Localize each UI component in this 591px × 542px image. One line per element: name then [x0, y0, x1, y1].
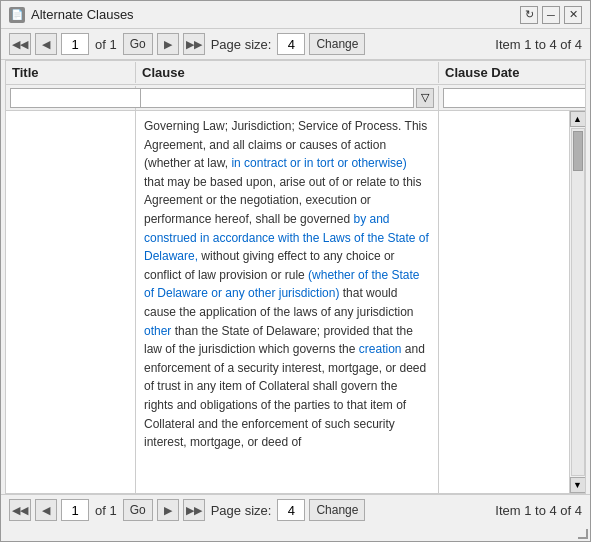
minimize-button[interactable]: ─ — [542, 6, 560, 24]
last-page-button-top[interactable]: ▶▶ — [183, 33, 205, 55]
data-table: Title Clause Clause Date ▽ ▽ ▦ ▽ — [5, 60, 586, 494]
clause-filter-input[interactable] — [140, 88, 414, 108]
prev-page-button-top[interactable]: ◀ — [35, 33, 57, 55]
change-button-bottom[interactable]: Change — [309, 499, 365, 521]
title-bar-controls: ↻ ─ ✕ — [520, 6, 582, 24]
table-body: Governing Law; Jurisdiction; Service of … — [6, 111, 585, 493]
date-filter-input[interactable] — [443, 88, 586, 108]
refresh-button[interactable]: ↻ — [520, 6, 538, 24]
next-page-button-bottom[interactable]: ▶ — [157, 499, 179, 521]
prev-page-button-bottom[interactable]: ◀ — [35, 499, 57, 521]
scroll-up-button[interactable]: ▲ — [570, 111, 586, 127]
table-body-inner: Governing Law; Jurisdiction; Service of … — [6, 111, 569, 493]
page-size-label-bottom: Page size: — [211, 503, 272, 518]
go-button-top[interactable]: Go — [123, 33, 153, 55]
item-count-bottom: Item 1 to 4 of 4 — [495, 503, 582, 518]
page-size-input-bottom[interactable] — [277, 499, 305, 521]
first-page-button-top[interactable]: ◀◀ — [9, 33, 31, 55]
clause-text-content: Governing Law; Jurisdiction; Service of … — [144, 117, 430, 452]
link-3: (whether of the State of Delaware or any… — [144, 268, 419, 301]
link-1: in contract or in tort or otherwise) — [231, 156, 406, 170]
date-column — [439, 111, 569, 493]
clause-filter-cell: ▽ — [136, 86, 439, 110]
title-column — [6, 111, 136, 493]
vertical-scrollbar: ▲ ▼ — [569, 111, 585, 493]
filter-row: ▽ ▽ ▦ ▽ — [6, 85, 585, 111]
last-page-button-bottom[interactable]: ▶▶ — [183, 499, 205, 521]
title-filter-cell: ▽ — [6, 86, 136, 110]
date-column-header: Clause Date — [439, 62, 569, 83]
status-bar — [1, 525, 590, 541]
top-toolbar: ◀◀ ◀ of 1 Go ▶ ▶▶ Page size: Change Item… — [1, 29, 590, 60]
table-header: Title Clause Clause Date — [6, 61, 585, 85]
bottom-toolbar: ◀◀ ◀ of 1 Go ▶ ▶▶ Page size: Change Item… — [1, 494, 590, 525]
link-5: creation — [359, 342, 402, 356]
page-size-label-top: Page size: — [211, 37, 272, 52]
date-filter-cell: ▦ ▽ — [439, 86, 569, 110]
scroll-thumb[interactable] — [573, 131, 583, 171]
clause-column: Governing Law; Jurisdiction; Service of … — [136, 111, 439, 493]
page-size-input-top[interactable] — [277, 33, 305, 55]
next-page-button-top[interactable]: ▶ — [157, 33, 179, 55]
window-icon: 📄 — [9, 7, 25, 23]
window-title: Alternate Clauses — [31, 7, 134, 22]
page-input-bottom[interactable] — [61, 499, 89, 521]
link-4: other — [144, 324, 171, 338]
scroll-track[interactable] — [571, 128, 585, 476]
change-button-top[interactable]: Change — [309, 33, 365, 55]
first-page-button-bottom[interactable]: ◀◀ — [9, 499, 31, 521]
title-bar-left: 📄 Alternate Clauses — [9, 7, 134, 23]
title-bar: 📄 Alternate Clauses ↻ ─ ✕ — [1, 1, 590, 29]
alternate-clauses-window: 📄 Alternate Clauses ↻ ─ ✕ ◀◀ ◀ of 1 Go ▶… — [0, 0, 591, 542]
clause-filter-button[interactable]: ▽ — [416, 88, 434, 108]
title-column-header: Title — [6, 62, 136, 83]
link-2: by and construed in accordance with the … — [144, 212, 429, 263]
of-label-bottom: of 1 — [95, 503, 117, 518]
close-button[interactable]: ✕ — [564, 6, 582, 24]
of-label-top: of 1 — [95, 37, 117, 52]
scroll-down-button[interactable]: ▼ — [570, 477, 586, 493]
page-input-top[interactable] — [61, 33, 89, 55]
resize-corner[interactable] — [574, 525, 590, 541]
clause-column-header: Clause — [136, 62, 439, 83]
go-button-bottom[interactable]: Go — [123, 499, 153, 521]
item-count-top: Item 1 to 4 of 4 — [495, 37, 582, 52]
